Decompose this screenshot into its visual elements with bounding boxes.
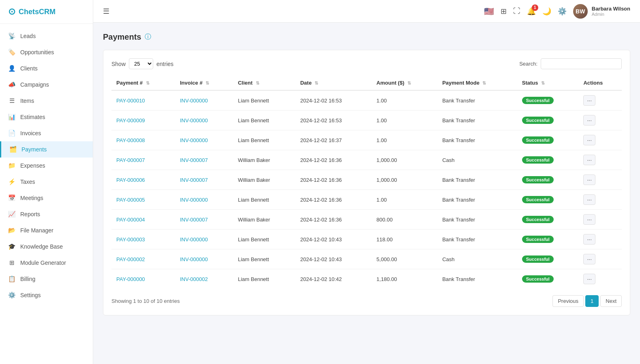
invoice-link[interactable]: INV-000000 <box>180 98 208 104</box>
previous-button[interactable]: Previous <box>552 295 584 307</box>
status-badge: Successful <box>522 255 554 263</box>
table-row: PAY-000006 INV-000007 William Baker 2024… <box>111 170 622 190</box>
payment-link[interactable]: PAY-000003 <box>116 236 145 243</box>
actions-button[interactable]: ··· <box>583 254 595 264</box>
sidebar-item-expenses[interactable]: 📁 Expenses <box>0 158 93 174</box>
invoice-num-cell: INV-000007 <box>175 210 233 230</box>
invoice-link[interactable]: INV-000007 <box>180 157 208 163</box>
actions-cell: ··· <box>578 111 622 130</box>
sidebar-label-module-generator: Module Generator <box>20 260 66 266</box>
main-area: ☰ 🇺🇸 ⊞ ⛶ 🔔 1 🌙 ⚙️ BW Barbara Wilson Admi… <box>93 0 640 364</box>
meetings-icon: 📅 <box>8 194 15 202</box>
payment-link[interactable]: PAY-000004 <box>116 217 145 223</box>
settings-icon[interactable]: ⚙️ <box>558 7 567 16</box>
sidebar-item-items[interactable]: ☰ Items <box>0 93 93 109</box>
sidebar-item-estimates[interactable]: 📊 Estimates <box>0 109 93 125</box>
invoice-link[interactable]: INV-000000 <box>180 137 208 143</box>
notification-badge: 1 <box>532 4 538 11</box>
payment-link[interactable]: PAY-000009 <box>116 117 145 123</box>
sidebar-item-invoices[interactable]: 📄 Invoices <box>0 125 93 141</box>
notifications-icon[interactable]: 🔔 1 <box>527 7 536 16</box>
sidebar-item-settings[interactable]: ⚙️ Settings <box>0 287 93 303</box>
user-menu[interactable]: BW Barbara Wilson Admin <box>573 4 630 19</box>
search-input[interactable] <box>541 58 622 69</box>
search-label: Search: <box>519 61 537 67</box>
next-button[interactable]: Next <box>600 295 622 307</box>
payments-table: Payment # ⇅ Invoice # ⇅ Client ⇅ Date ⇅ … <box>111 76 622 289</box>
payment-link[interactable]: PAY-000006 <box>116 177 145 183</box>
invoice-link[interactable]: INV-000007 <box>180 177 208 183</box>
payment-link[interactable]: PAY-000008 <box>116 137 145 143</box>
payment-link[interactable]: PAY-000005 <box>116 197 145 203</box>
invoice-num-cell: INV-000002 <box>175 269 233 289</box>
table-row: PAY-000008 INV-000000 Liam Bennett 2024-… <box>111 130 622 150</box>
entries-select[interactable]: 25 10 50 100 <box>129 58 153 69</box>
amount-cell: 118.00 <box>372 230 437 249</box>
actions-button[interactable]: ··· <box>583 274 595 284</box>
payment-link[interactable]: PAY-000010 <box>116 98 145 104</box>
col-amount[interactable]: Amount ($) ⇅ <box>372 76 437 90</box>
sidebar-item-billing[interactable]: 📋 Billing <box>0 271 93 287</box>
payment-link[interactable]: PAY-000007 <box>116 157 145 163</box>
col-payment-mode[interactable]: Payment Mode ⇅ <box>437 76 517 90</box>
page-1-button[interactable]: 1 <box>585 295 599 307</box>
payment-num-cell: PAY-000007 <box>111 150 175 170</box>
col-status[interactable]: Status ⇅ <box>517 76 579 90</box>
sidebar-item-opportunities[interactable]: 🏷️ Opportunities <box>0 44 93 60</box>
mode-cell: Bank Transfer <box>437 210 517 230</box>
sidebar-item-knowledge-base[interactable]: 🎓 Knowledge Base <box>0 238 93 255</box>
sort-icon-client: ⇅ <box>256 81 259 85</box>
col-invoice-num[interactable]: Invoice # ⇅ <box>175 76 233 90</box>
fullscreen-icon[interactable]: ⛶ <box>513 7 520 15</box>
client-cell: Liam Bennett <box>233 111 295 130</box>
actions-button[interactable]: ··· <box>583 95 595 106</box>
sidebar-item-reports[interactable]: 📈 Reports <box>0 206 93 222</box>
campaigns-icon: 📣 <box>8 81 15 88</box>
actions-button[interactable]: ··· <box>583 115 595 126</box>
actions-button[interactable]: ··· <box>583 234 595 245</box>
sidebar-item-payments[interactable]: 🗂️ Payments <box>0 141 93 158</box>
sidebar-item-module-generator[interactable]: ⊞ Module Generator <box>0 255 93 271</box>
sidebar-item-leads[interactable]: 📡 Leads <box>0 28 93 44</box>
payment-link[interactable]: PAY-000002 <box>116 256 145 262</box>
invoice-link[interactable]: INV-000007 <box>180 217 208 223</box>
col-payment-num[interactable]: Payment # ⇅ <box>111 76 175 90</box>
invoice-link[interactable]: INV-000000 <box>180 197 208 203</box>
mode-cell: Bank Transfer <box>437 111 517 130</box>
sidebar-item-meetings[interactable]: 📅 Meetings <box>0 190 93 206</box>
col-date[interactable]: Date ⇅ <box>295 76 372 90</box>
invoice-link[interactable]: INV-000000 <box>180 236 208 243</box>
invoice-link[interactable]: INV-000000 <box>180 256 208 262</box>
sidebar-item-file-manager[interactable]: 📂 File Manager <box>0 222 93 238</box>
opportunities-icon: 🏷️ <box>8 49 15 56</box>
language-flag[interactable]: 🇺🇸 <box>484 6 494 16</box>
payment-num-cell: PAY-000006 <box>111 170 175 190</box>
payment-link[interactable]: PAY-000000 <box>116 276 145 282</box>
col-client[interactable]: Client ⇅ <box>233 76 295 90</box>
invoice-link[interactable]: INV-000002 <box>180 276 208 282</box>
sort-icon-payment: ⇅ <box>146 81 150 85</box>
actions-button[interactable]: ··· <box>583 175 595 185</box>
sidebar-item-taxes[interactable]: ⚡ Taxes <box>0 174 93 190</box>
taxes-icon: ⚡ <box>8 178 15 185</box>
hamburger-icon[interactable]: ☰ <box>103 7 109 16</box>
apps-icon[interactable]: ⊞ <box>501 7 507 16</box>
table-row: PAY-000007 INV-000007 William Baker 2024… <box>111 150 622 170</box>
date-cell: 2024-12-02 10:43 <box>295 230 372 249</box>
actions-button[interactable]: ··· <box>583 194 595 205</box>
info-icon[interactable]: ⓘ <box>145 33 151 41</box>
date-cell: 2024-12-02 16:36 <box>295 170 372 190</box>
sidebar-item-campaigns[interactable]: 📣 Campaigns <box>0 77 93 93</box>
show-entries: Show 25 10 50 100 entries <box>111 58 173 69</box>
actions-cell: ··· <box>578 249 622 269</box>
status-badge: Successful <box>522 236 554 243</box>
dark-mode-icon[interactable]: 🌙 <box>542 7 551 16</box>
actions-button[interactable]: ··· <box>583 135 595 145</box>
sidebar-item-clients[interactable]: 👤 Clients <box>0 60 93 77</box>
status-cell: Successful <box>517 190 579 210</box>
sidebar-label-meetings: Meetings <box>20 195 43 201</box>
actions-button[interactable]: ··· <box>583 214 595 225</box>
amount-cell: 1,000.00 <box>372 150 437 170</box>
invoice-link[interactable]: INV-000000 <box>180 117 208 123</box>
actions-button[interactable]: ··· <box>583 155 595 165</box>
